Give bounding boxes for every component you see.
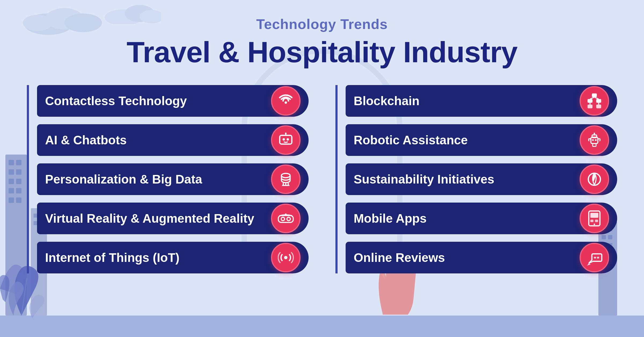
trend-item: Personalization & Big Data xyxy=(37,163,309,195)
left-column: Contactless TechnologyAI & ChatbotsPerso… xyxy=(27,85,309,273)
trend-icon xyxy=(580,243,609,272)
trend-item: Sustainability Initiatives xyxy=(346,163,617,195)
trend-icon xyxy=(580,86,609,116)
trend-label: Virtual Reality & Augmented Reality xyxy=(45,211,266,226)
trend-label: Sustainability Initiatives xyxy=(354,172,574,186)
trend-item: Mobile Apps xyxy=(346,203,617,234)
trend-item: Blockchain xyxy=(346,85,617,117)
trend-icon xyxy=(580,125,609,155)
trend-label: AI & Chatbots xyxy=(45,133,266,147)
svg-point-45 xyxy=(285,214,287,215)
trend-icon xyxy=(271,204,301,233)
trend-icon xyxy=(271,125,301,155)
svg-rect-47 xyxy=(592,93,597,97)
svg-line-52 xyxy=(590,97,594,99)
svg-point-43 xyxy=(281,217,285,221)
trend-item: AI & Chatbots xyxy=(37,124,309,156)
trend-item: Robotic Assistance xyxy=(346,124,617,156)
svg-rect-60 xyxy=(593,144,596,146)
svg-rect-57 xyxy=(592,135,597,138)
svg-rect-48 xyxy=(588,99,592,103)
trend-item: Virtual Reality & Augmented Reality xyxy=(37,203,309,234)
trend-label: Blockchain xyxy=(354,94,574,108)
svg-rect-68 xyxy=(595,220,598,222)
trend-label: Mobile Apps xyxy=(354,211,574,226)
trend-icon xyxy=(271,86,301,116)
svg-point-44 xyxy=(287,217,290,221)
trend-icon xyxy=(271,243,301,272)
svg-point-59 xyxy=(595,139,597,141)
svg-point-69 xyxy=(594,224,595,225)
subtitle: Technology Trends xyxy=(256,16,388,32)
trend-label: Personalization & Big Data xyxy=(45,172,266,186)
svg-rect-67 xyxy=(590,220,594,222)
main-title: Travel & Hospitality Industry xyxy=(127,35,517,69)
trend-label: Contactless Technology xyxy=(45,94,266,108)
trend-item: Contactless Technology xyxy=(37,85,309,117)
right-column: BlockchainRobotic AssistanceSustainabili… xyxy=(335,85,617,273)
svg-point-46 xyxy=(284,256,288,259)
svg-point-62 xyxy=(594,133,595,134)
svg-point-58 xyxy=(592,139,594,141)
trend-icon xyxy=(580,204,609,233)
svg-point-34 xyxy=(287,138,289,141)
svg-rect-50 xyxy=(588,105,592,108)
svg-rect-66 xyxy=(590,213,598,218)
trend-item: Online Reviews xyxy=(346,242,617,273)
trend-icon xyxy=(271,164,301,194)
trend-label: Robotic Assistance xyxy=(354,133,574,147)
svg-rect-51 xyxy=(596,105,601,108)
svg-point-64 xyxy=(593,173,596,176)
svg-rect-42 xyxy=(278,215,293,222)
svg-point-31 xyxy=(285,101,287,104)
svg-point-36 xyxy=(285,133,287,134)
svg-rect-49 xyxy=(596,99,601,103)
svg-line-53 xyxy=(594,97,599,99)
trend-item: Internet of Things (IoT) xyxy=(37,242,309,273)
svg-point-37 xyxy=(281,173,290,178)
main-content: Technology Trends Travel & Hospitality I… xyxy=(0,0,644,273)
columns-container: Contactless TechnologyAI & ChatbotsPerso… xyxy=(0,85,644,273)
trend-label: Online Reviews xyxy=(354,250,574,265)
svg-point-33 xyxy=(283,138,285,141)
trend-label: Internet of Things (IoT) xyxy=(45,250,266,265)
trend-icon xyxy=(580,164,609,194)
bottom-bar xyxy=(0,316,644,337)
